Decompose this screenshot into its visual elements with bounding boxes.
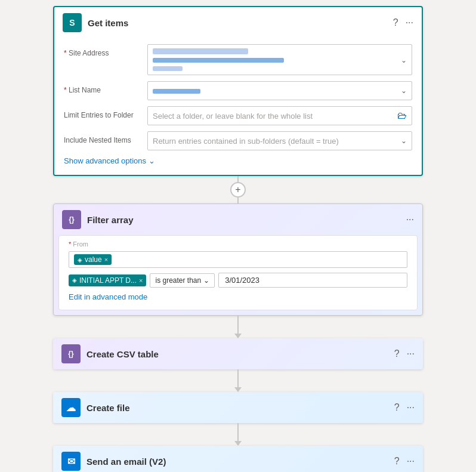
from-label-text: From xyxy=(73,240,88,248)
value-tag: ◈ value × xyxy=(74,254,112,265)
value-tag-text: value xyxy=(85,255,102,264)
get-items-title: Get items xyxy=(88,18,128,28)
csv-icon: {} xyxy=(61,344,81,363)
site-address-line-1 xyxy=(153,48,407,54)
create-file-more-icon[interactable]: ··· xyxy=(407,402,415,413)
sharepoint-icon: S xyxy=(63,13,82,32)
send-email-help-icon[interactable]: ? xyxy=(394,456,400,467)
filter-icon: {} xyxy=(62,210,81,229)
get-items-header-left: S Get items xyxy=(63,13,128,32)
arrow-line-3 xyxy=(237,423,239,441)
list-name-label: List Name xyxy=(64,81,141,94)
get-items-body: Site Address ⌄ xyxy=(54,38,422,175)
condition-left-text: INITIAL APPT D... xyxy=(79,276,137,285)
site-address-blurred-3 xyxy=(153,66,183,71)
arrow-1 xyxy=(234,316,242,338)
from-row[interactable]: ◈ value × xyxy=(69,251,407,268)
limit-entries-placeholder: Select a folder, or leave blank for the … xyxy=(153,112,395,121)
send-email-header-left: ✉ Send an email (V2) xyxy=(61,452,166,471)
get-items-header: S Get items ? ··· xyxy=(54,7,422,38)
condition-value-input[interactable]: 3/01/2023 xyxy=(218,273,407,288)
create-csv-card: {} Create CSV table ? ··· xyxy=(53,338,423,369)
get-items-card: S Get items ? ··· Site Address xyxy=(53,6,423,176)
site-address-input-wrap: ⌄ xyxy=(147,44,412,75)
condition-tag-icon: ◈ xyxy=(72,277,77,283)
include-nested-input-wrap: Return entries contained in sub-folders … xyxy=(147,131,412,150)
edit-advanced-link[interactable]: Edit in advanced mode xyxy=(69,292,407,301)
arrow-3 xyxy=(234,423,242,446)
list-name-blurred xyxy=(153,87,397,95)
show-advanced-label: Show advanced options xyxy=(64,156,146,165)
csv-icon-label: {} xyxy=(68,350,73,358)
site-address-chevron: ⌄ xyxy=(401,56,407,64)
create-file-help-icon[interactable]: ? xyxy=(394,402,400,413)
send-email-more-icon[interactable]: ··· xyxy=(407,456,415,467)
outlook-icon: ✉ xyxy=(61,452,81,471)
limit-entries-row: Limit Entries to Folder Select a folder,… xyxy=(64,106,412,125)
list-name-input-wrap: ⌄ xyxy=(147,81,412,100)
filter-more-icon[interactable]: ··· xyxy=(406,214,414,225)
list-name-row: List Name ⌄ xyxy=(64,81,412,100)
create-csv-help-icon[interactable]: ? xyxy=(394,348,400,359)
include-nested-label: Include Nested Items xyxy=(64,131,141,144)
site-address-blurred-2 xyxy=(153,58,284,63)
condition-operator-text: is greater than xyxy=(155,276,201,285)
connector-line-2 xyxy=(237,198,239,203)
list-name-chevron: ⌄ xyxy=(401,87,407,95)
condition-left-close[interactable]: × xyxy=(139,277,143,284)
include-nested-placeholder: Return entries contained in sub-folders … xyxy=(153,137,397,146)
list-name-input[interactable]: ⌄ xyxy=(147,81,412,100)
filter-array-card: {} Filter array ··· * From ◈ value × xyxy=(53,203,423,316)
filter-array-header-right: ··· xyxy=(406,214,414,225)
show-advanced-chevron: ⌄ xyxy=(149,156,155,165)
create-file-header: ☁ Create file ? ··· xyxy=(53,392,423,423)
get-items-more-icon[interactable]: ··· xyxy=(406,17,413,28)
send-email-title: Send an email (V2) xyxy=(86,456,166,467)
connector-plus: + xyxy=(230,176,246,203)
onedrive-icon: ☁ xyxy=(61,398,81,417)
filter-icon-label: {} xyxy=(69,215,74,224)
list-name-blurred-text xyxy=(153,89,200,94)
from-label: * From xyxy=(69,240,407,248)
create-file-header-left: ☁ Create file xyxy=(61,398,130,417)
create-file-card: ☁ Create file ? ··· xyxy=(53,392,423,423)
get-items-help-icon[interactable]: ? xyxy=(393,17,398,28)
limit-entries-label: Limit Entries to Folder xyxy=(64,106,141,119)
connector-line-1 xyxy=(237,176,239,182)
site-address-row: Site Address ⌄ xyxy=(64,44,412,75)
send-email-header: ✉ Send an email (V2) ? ··· xyxy=(53,446,423,472)
include-nested-input[interactable]: Return entries contained in sub-folders … xyxy=(147,131,412,150)
add-step-button[interactable]: + xyxy=(230,182,246,198)
site-address-blurred-1 xyxy=(153,48,248,54)
create-file-title: Create file xyxy=(86,403,130,413)
filter-array-body: * From ◈ value × ◈ INITIAL APPT D... × i xyxy=(58,235,418,310)
condition-operator-select[interactable]: is greater than ⌄ xyxy=(150,273,215,288)
onedrive-icon-label: ☁ xyxy=(66,402,76,414)
site-address-block[interactable]: ⌄ xyxy=(147,44,412,75)
create-csv-more-icon[interactable]: ··· xyxy=(407,348,415,359)
limit-entries-input-wrap: Select a folder, or leave blank for the … xyxy=(147,106,412,125)
value-tag-close[interactable]: × xyxy=(104,256,108,263)
arrow-line-2 xyxy=(237,369,239,387)
include-nested-chevron: ⌄ xyxy=(401,137,407,145)
value-tag-icon: ◈ xyxy=(78,257,82,263)
site-address-line-3 xyxy=(153,66,407,71)
show-advanced-button[interactable]: Show advanced options ⌄ xyxy=(64,156,412,165)
condition-left-tag: ◈ INITIAL APPT D... × xyxy=(69,274,146,286)
create-csv-title: Create CSV table xyxy=(86,349,159,359)
outlook-icon-label: ✉ xyxy=(67,456,75,467)
create-csv-header-left: {} Create CSV table xyxy=(61,344,159,363)
site-address-label: Site Address xyxy=(64,44,141,57)
condition-row: ◈ INITIAL APPT D... × is greater than ⌄ … xyxy=(69,273,407,288)
send-email-header-right: ? ··· xyxy=(394,456,415,467)
filter-array-title: Filter array xyxy=(87,215,134,225)
limit-entries-input[interactable]: Select a folder, or leave blank for the … xyxy=(147,106,412,125)
create-csv-header-right: ? ··· xyxy=(394,348,415,359)
get-items-header-right: ? ··· xyxy=(393,17,413,28)
arrow-head-1 xyxy=(234,334,242,338)
arrow-head-2 xyxy=(234,387,242,392)
include-nested-row: Include Nested Items Return entries cont… xyxy=(64,131,412,150)
create-csv-header: {} Create CSV table ? ··· xyxy=(53,338,423,369)
arrow-2 xyxy=(234,369,242,392)
arrow-line-1 xyxy=(237,316,239,334)
